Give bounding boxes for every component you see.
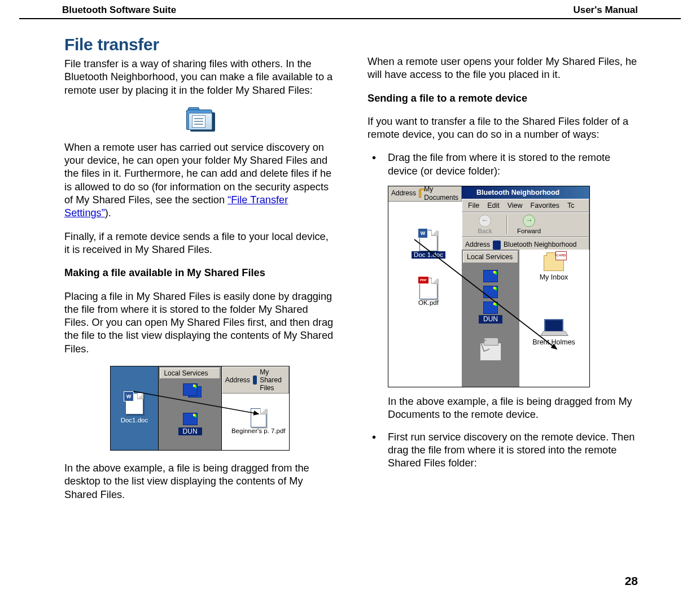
dun-service-icon — [183, 413, 198, 425]
toolbar-separator — [506, 215, 508, 234]
bullet-1-text: Drag the file from where it is stored to… — [388, 152, 610, 176]
services-panel: Local Services DUN — [159, 366, 221, 450]
window-titlebar: Bluetooth Neighborhood — [462, 186, 589, 199]
device-brent-holmes: Brent Holmes — [528, 319, 579, 347]
page-number: 28 — [625, 574, 638, 588]
left-p1: File transfer is a way of sharing files … — [64, 58, 335, 97]
left-p4: Placing a file in My Shared Files is eas… — [64, 290, 335, 356]
right-p2: If you want to transfer a file to the Sh… — [368, 115, 638, 142]
selected-file-label: Doc 1.doc — [412, 251, 445, 259]
pdf-doc-icon: PDF — [419, 278, 438, 299]
list-file-label: Beginner's p. 7.pdf — [231, 427, 286, 435]
bluetooth-logo-icon — [253, 375, 257, 385]
local-services-label: Local Services — [160, 368, 220, 379]
folder-icon — [419, 190, 421, 198]
right-h2a: Sending a file to a remote device — [368, 92, 638, 105]
bullet-2: First run service discovery on the remot… — [368, 431, 638, 470]
bullet-2-text: First run service discovery on the remot… — [388, 431, 635, 469]
left-p3: Finally, if a remote device sends a file… — [64, 230, 335, 257]
shared-files-folder-icon — [186, 107, 213, 130]
left-column: File transfer File transfer is a way of … — [64, 35, 335, 512]
desktop-file-label: Doc1.doc — [121, 417, 148, 423]
figure-shared-folder-icon — [64, 107, 335, 130]
bullet-1-caption: In the above example, a file is being dr… — [388, 395, 638, 422]
dun-label: DUN — [479, 315, 502, 324]
outer-explorer-pane: Address My Documents W Doc 1.doc — [388, 186, 462, 387]
inbox-icon: CARD — [544, 255, 564, 271]
services-sidebar: Local Services DUN — [462, 250, 519, 387]
laptop-icon — [542, 319, 566, 336]
section-title: File transfer — [64, 35, 335, 54]
bluetooth-window: Bluetooth Neighborhood File Edit View Fa… — [462, 186, 589, 387]
figure-drag-to-shared: W Doc1.doc Local Services DUN — [64, 366, 335, 451]
vignette-shared-files: W Doc1.doc Local Services DUN — [110, 366, 290, 451]
right-column: When a remote user opens your folder My … — [368, 35, 638, 512]
vignette-remote-drag: Address My Documents W Doc 1.doc — [388, 186, 590, 387]
figure-drag-to-remote: Address My Documents W Doc 1.doc — [388, 186, 638, 387]
service-icon — [183, 383, 198, 396]
left-p5: In the above example, a file is being dr… — [64, 462, 335, 501]
file-label: OK.pdf — [418, 299, 439, 307]
desktop-column: W Doc1.doc — [111, 366, 159, 450]
bluetooth-logo-icon — [493, 241, 501, 250]
address-label: Address — [225, 376, 250, 384]
shared-files-pane: Address My Shared Files Beginner's p. 7.… — [222, 366, 289, 450]
toolbar: ←Back →Forward — [462, 212, 589, 237]
menu-edit[interactable]: Edit — [487, 201, 500, 210]
content-area: File transfer File transfer is a way of … — [0, 19, 700, 512]
menu-favorites[interactable]: Favorites — [531, 201, 559, 210]
forward-button[interactable]: →Forward — [511, 215, 547, 235]
inner-address-value: Bluetooth Neighborhood — [504, 241, 576, 249]
list-item: W Doc 1.doc — [395, 230, 462, 259]
bullet-list: Drag the file from where it is stored to… — [368, 151, 638, 470]
header-right: User's Manual — [573, 5, 638, 16]
left-p2-pre: When a remote user has carried out servi… — [64, 142, 331, 206]
dun-label: DUN — [178, 427, 202, 435]
right-p1: When a remote user opens your folder My … — [368, 55, 638, 82]
header-left: Bluetooth Software Suite — [62, 5, 176, 16]
devices-area: CARD My Inbox Brent Holmes — [519, 250, 589, 387]
menubar: File Edit View Favorites Tc — [462, 199, 589, 212]
left-p2-post: ). — [105, 207, 111, 219]
back-button[interactable]: ←Back — [467, 215, 503, 235]
service-icon — [483, 270, 498, 282]
word-doc-icon: W — [125, 393, 143, 414]
service-icon — [483, 286, 498, 298]
outer-address-label: Address — [391, 189, 416, 198]
pdf-doc-icon — [251, 408, 266, 427]
fax-service-icon — [480, 343, 501, 361]
left-h2a: Making a file available in My Shared Fil… — [64, 267, 335, 280]
inner-address-label: Address — [465, 241, 490, 249]
bluetooth-logo-icon — [465, 188, 473, 197]
device-my-inbox: CARD My Inbox — [528, 255, 579, 282]
menu-view[interactable]: View — [508, 201, 523, 210]
menu-tools-truncated[interactable]: Tc — [567, 201, 575, 210]
window-title-text: Bluetooth Neighborhood — [476, 188, 559, 197]
word-doc-icon: W — [419, 230, 438, 251]
outer-address-value: My Documents — [424, 186, 458, 202]
device-label: My Inbox — [540, 273, 568, 282]
list-item: Beginner's p. 7.pdf — [231, 408, 286, 435]
address-value: My Shared Files — [260, 368, 285, 392]
page-header: Bluetooth Software Suite User's Manual — [0, 0, 700, 18]
device-label: Brent Holmes — [532, 338, 575, 347]
list-item: PDF OK.pdf — [395, 278, 462, 307]
left-p2: When a remote user has carried out servi… — [64, 141, 335, 220]
bullet-1: Drag the file from where it is stored to… — [368, 151, 638, 421]
dun-service-icon — [483, 302, 498, 314]
local-services-label: Local Services — [463, 251, 518, 263]
menu-file[interactable]: File — [468, 201, 479, 210]
